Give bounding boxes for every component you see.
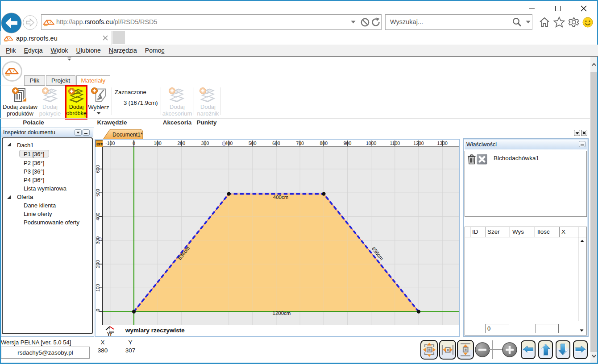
svg-text:500: 500 <box>249 141 257 146</box>
svg-text:800: 800 <box>320 141 328 146</box>
svg-text:900: 900 <box>344 141 352 146</box>
svg-text:600: 600 <box>96 165 100 173</box>
svg-text:300: 300 <box>201 141 209 146</box>
svg-text:400: 400 <box>225 141 233 146</box>
svg-text:200: 200 <box>96 260 100 268</box>
svg-text:300: 300 <box>96 236 100 244</box>
svg-text:0: 0 <box>96 309 100 311</box>
svg-text:400cm: 400cm <box>273 194 289 200</box>
svg-text:1000: 1000 <box>366 141 377 146</box>
svg-text:400: 400 <box>96 212 100 220</box>
svg-text:700: 700 <box>296 141 304 146</box>
svg-text:-100: -100 <box>105 141 115 146</box>
svg-text:200: 200 <box>178 141 186 146</box>
svg-text:Yr: Yr <box>107 332 112 336</box>
svg-text:100: 100 <box>154 141 162 146</box>
svg-text:1200: 1200 <box>413 141 424 146</box>
svg-text:0: 0 <box>133 141 135 146</box>
svg-text:1200cm: 1200cm <box>273 310 291 316</box>
svg-text:1100: 1100 <box>390 141 400 146</box>
svg-text:500: 500 <box>96 189 100 197</box>
svg-text:600: 600 <box>272 141 280 146</box>
svg-text:Document1*: Document1* <box>112 132 143 138</box>
svg-text:100: 100 <box>96 284 100 292</box>
svg-text:1300: 1300 <box>437 141 448 146</box>
